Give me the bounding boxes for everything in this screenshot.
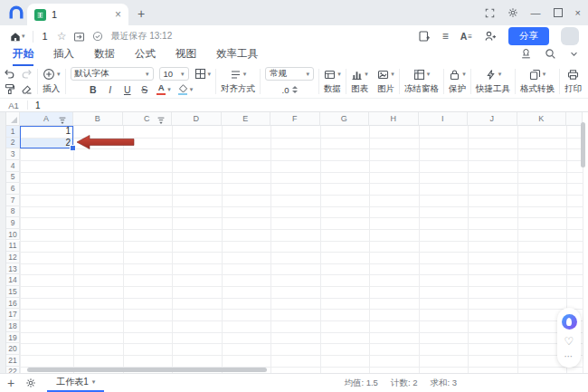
ai-assistant-icon[interactable] [562, 314, 577, 330]
borders-button[interactable]: ▾ [194, 68, 212, 80]
home-icon[interactable]: ▾ [9, 31, 25, 43]
star-favorite-icon[interactable]: ☆ [57, 31, 67, 42]
row-header-20[interactable]: 20 [6, 343, 20, 355]
close-window-button[interactable]: × [575, 8, 581, 18]
row-header-8[interactable]: 8 [6, 206, 20, 218]
formula-input[interactable]: 1 [35, 100, 41, 110]
row-header-16[interactable]: 16 [6, 298, 20, 310]
grid-area[interactable]: ♡ ⋯ ABCDEFGHIJK1234567891011121314151617… [0, 112, 588, 373]
row-header-1[interactable]: 1 [6, 126, 20, 138]
cell-name-box[interactable]: A1 [0, 100, 27, 110]
strikethrough-button[interactable]: S [139, 84, 149, 95]
row-header-3[interactable]: 3 [6, 148, 20, 160]
horizontal-scrollbar[interactable] [27, 368, 267, 372]
column-header-B[interactable]: B [73, 112, 123, 126]
column-header-E[interactable]: E [222, 112, 271, 126]
format-painter-icon[interactable] [4, 83, 15, 95]
underline-button[interactable]: U [122, 84, 132, 95]
row-header-18[interactable]: 18 [6, 320, 20, 332]
menu-tab-3[interactable]: 公式 [135, 47, 156, 66]
new-doc-icon[interactable] [418, 30, 431, 43]
column-header-I[interactable]: I [419, 112, 469, 126]
menu-tab-1[interactable]: 插入 [53, 47, 74, 66]
font-name-select[interactable]: 默认字体▾ [71, 67, 154, 81]
eraser-icon[interactable] [21, 83, 33, 95]
column-header-D[interactable]: D [172, 112, 222, 126]
vertical-scrollbar[interactable] [581, 122, 585, 167]
new-tab-button[interactable]: + [138, 6, 145, 21]
row-header-9[interactable]: 9 [6, 217, 20, 229]
sheet-tab-active[interactable]: 工作表1 ▾ [47, 374, 104, 392]
minimize-button[interactable]: — [531, 8, 541, 18]
freeze-group[interactable]: ▾ 冻结窗格 [404, 68, 439, 95]
move-to-folder-icon[interactable] [73, 31, 85, 43]
row-header-6[interactable]: 6 [6, 183, 20, 195]
row-header-22[interactable]: 22 [6, 367, 20, 373]
row-header-4[interactable]: 4 [6, 160, 20, 172]
data-group[interactable]: ▾ 数据 [324, 68, 341, 95]
maximize-button[interactable] [554, 8, 563, 17]
column-header-K[interactable]: K [517, 112, 567, 126]
invite-collaborator-icon[interactable] [484, 30, 497, 43]
column-header-J[interactable]: J [468, 112, 517, 126]
share-button[interactable]: 分享 [508, 27, 549, 45]
redo-icon[interactable] [21, 68, 33, 80]
italic-button[interactable]: I [105, 84, 115, 95]
row-header-12[interactable]: 12 [6, 252, 20, 263]
row-header-19[interactable]: 19 [6, 332, 20, 344]
avatar[interactable] [561, 27, 579, 45]
menu-tab-4[interactable]: 视图 [175, 47, 196, 66]
search-icon[interactable] [545, 48, 556, 60]
fill-color-button[interactable]: ▾ [178, 84, 194, 95]
column-header-F[interactable]: F [270, 112, 320, 126]
heart-icon[interactable]: ♡ [564, 336, 574, 347]
quick-tools-group[interactable]: ▾ 快捷工具 [476, 68, 510, 95]
close-tab-icon[interactable]: × [115, 9, 121, 20]
protect-group[interactable]: ▾ 保护 [449, 68, 466, 95]
menu-tab-5[interactable]: 效率工具 [216, 47, 258, 66]
format-convert-group[interactable]: ▾ 格式转换 [520, 68, 555, 95]
column-header-C[interactable]: C [123, 112, 173, 126]
row-header-17[interactable]: 17 [6, 309, 20, 320]
add-sheet-button[interactable]: + [7, 377, 14, 389]
row-header-7[interactable]: 7 [6, 195, 20, 206]
settings-gear-icon[interactable] [507, 7, 518, 18]
bold-button[interactable]: B [88, 84, 98, 95]
column-header-G[interactable]: G [320, 112, 370, 126]
print-group[interactable]: 打印 [564, 68, 582, 95]
row-header-15[interactable]: 15 [6, 286, 20, 298]
row-header-13[interactable]: 13 [6, 263, 20, 275]
row-header-10[interactable]: 10 [6, 229, 20, 241]
collapse-ribbon-icon[interactable] [569, 49, 579, 59]
app-logo-icon[interactable] [8, 5, 24, 21]
text-style-icon[interactable]: A≡ [460, 31, 472, 42]
menu-list-icon[interactable]: ≡ [442, 31, 449, 42]
undo-icon[interactable] [4, 68, 15, 80]
decimal-stepper[interactable] [292, 86, 298, 93]
row-header-11[interactable]: 11 [6, 241, 20, 253]
more-dots-icon[interactable]: ⋯ [564, 352, 574, 361]
select-all-corner[interactable] [6, 112, 20, 126]
row-header-21[interactable]: 21 [6, 355, 20, 367]
sheet-manager-icon[interactable] [25, 378, 36, 388]
workspace-layout-icon[interactable] [485, 8, 495, 18]
row-header-5[interactable]: 5 [6, 172, 20, 184]
menu-tab-2[interactable]: 数据 [94, 47, 115, 66]
row-header-14[interactable]: 14 [6, 274, 20, 286]
insert-plus-icon[interactable] [43, 68, 55, 81]
menu-tab-0[interactable]: 开始 [13, 47, 33, 66]
insert-group[interactable]: ▾ 插入 [43, 68, 61, 95]
column-header-A[interactable]: A [20, 112, 73, 126]
row-header-2[interactable]: 2 [6, 138, 20, 149]
font-color-button[interactable]: A ▾ [156, 83, 171, 95]
column-header-H[interactable]: H [369, 112, 419, 126]
document-tab[interactable]: 1 × [27, 4, 128, 25]
chart-group[interactable]: ▾ 图表 [351, 68, 368, 95]
picture-group[interactable]: ▾ 图片 [377, 68, 394, 95]
stamp-icon[interactable] [520, 48, 532, 60]
document-name[interactable]: 1 [43, 31, 48, 42]
alignment-group[interactable]: ▾ 对齐方式 [221, 68, 255, 95]
fill-handle[interactable] [70, 145, 76, 151]
font-size-select[interactable]: 10▾ [159, 67, 189, 81]
number-format-select[interactable]: 常规▾ [265, 67, 314, 81]
